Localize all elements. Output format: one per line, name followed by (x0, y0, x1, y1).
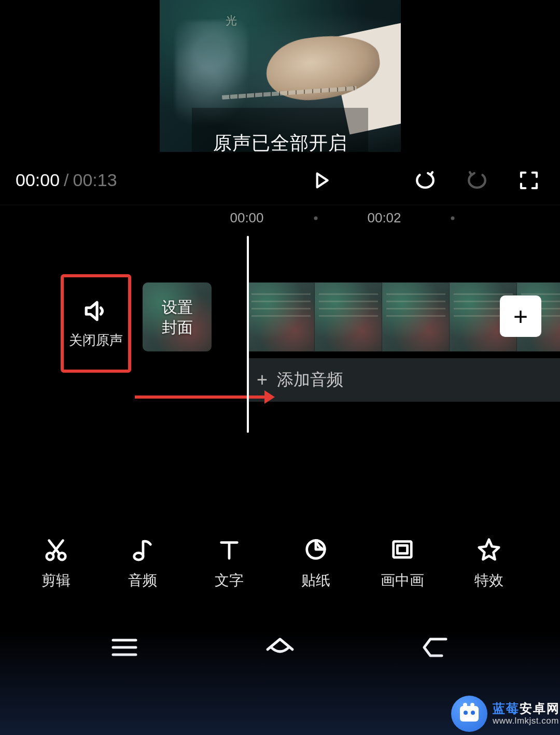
svg-point-4 (134, 553, 143, 560)
svg-rect-6 (393, 542, 411, 558)
redo-button[interactable] (461, 165, 493, 196)
tool-edit[interactable]: 剪辑 (39, 538, 73, 590)
add-clip-button[interactable]: + (500, 295, 541, 337)
time-display: 00:00 / 00:13 (16, 170, 117, 190)
playback-controls: 00:00 / 00:13 (0, 156, 560, 205)
clip-frame (382, 282, 450, 351)
clip-frame (247, 282, 315, 351)
set-cover-label: 设置 封面 (162, 297, 193, 337)
tool-fx[interactable]: 特效 (472, 538, 506, 590)
clip-frame (315, 282, 382, 351)
tool-sticker[interactable]: 贴纸 (299, 538, 332, 590)
tool-label: 特效 (474, 571, 503, 590)
play-button[interactable] (306, 165, 337, 196)
system-nav-bar (0, 624, 560, 673)
star-icon (477, 538, 501, 561)
set-cover-button[interactable]: 设置 封面 (143, 282, 212, 351)
tool-pip[interactable]: 画中画 (385, 538, 419, 590)
preview-area: 光 原声已全部开启 (0, 0, 560, 156)
watermark-brand-suffix: 安卓网 (520, 701, 560, 715)
plus-icon: + (513, 302, 528, 331)
plus-icon: + (257, 369, 268, 391)
ruler-dot (451, 216, 455, 220)
svg-rect-7 (397, 545, 407, 553)
fullscreen-icon (519, 170, 539, 191)
fullscreen-button[interactable] (513, 165, 544, 196)
ruler-tick: 00:00 (230, 210, 263, 226)
time-separator: / (64, 170, 68, 190)
watermark: 蓝莓安卓网 www.lmkjst.com (444, 691, 560, 735)
mute-original-sound-button[interactable]: 关闭原声 (61, 274, 131, 373)
menu-icon (110, 636, 139, 659)
recents-button[interactable] (110, 636, 139, 661)
time-total: 00:13 (73, 170, 117, 190)
watermark-url: www.lmkjst.com (493, 716, 560, 726)
toast-message: 原声已全部开启 (213, 131, 347, 156)
home-icon (265, 636, 295, 659)
timeline-ruler[interactable]: 00:00 00:02 (0, 205, 560, 231)
tool-label: 剪辑 (41, 571, 71, 590)
time-current: 00:00 (16, 170, 60, 190)
tool-label: 文字 (215, 571, 244, 590)
tool-strip: 剪辑 音频 文字 贴纸 画中画 特效 (0, 528, 560, 600)
video-preview[interactable]: 光 (160, 0, 401, 152)
undo-icon (414, 169, 436, 191)
back-icon (421, 636, 450, 659)
add-audio-track[interactable]: + 添加音频 (247, 358, 560, 402)
play-icon (311, 170, 332, 191)
add-audio-label: 添加音频 (277, 369, 343, 391)
scissors-icon (44, 538, 68, 561)
tool-audio[interactable]: 音频 (125, 538, 159, 590)
tool-label: 画中画 (381, 571, 424, 590)
playhead[interactable] (247, 236, 249, 433)
ruler-tick: 00:02 (367, 210, 401, 226)
speaker-icon (83, 298, 109, 324)
undo-button[interactable] (410, 165, 441, 196)
tool-label: 音频 (128, 571, 157, 590)
picture-in-picture-icon (390, 538, 414, 561)
timeline[interactable]: 关闭原声 设置 封面 + + 添加音频 (0, 231, 560, 459)
sticker-icon (304, 538, 328, 561)
back-button[interactable] (421, 636, 450, 661)
tool-text[interactable]: 文字 (212, 538, 246, 590)
redo-icon (466, 169, 488, 191)
watermark-brand: 蓝莓安卓网 (493, 701, 560, 716)
watermark-logo-icon (451, 696, 487, 732)
text-icon (217, 538, 241, 561)
music-note-icon (131, 538, 155, 561)
tool-label: 贴纸 (301, 571, 330, 590)
mute-original-label: 关闭原声 (69, 331, 123, 349)
watermark-brand-prefix: 蓝莓 (493, 701, 520, 715)
home-button[interactable] (265, 636, 295, 661)
ruler-dot (314, 216, 318, 220)
